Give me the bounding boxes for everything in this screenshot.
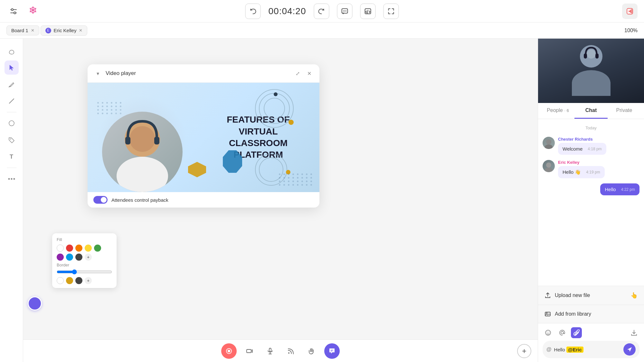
border-color-white[interactable] bbox=[57, 277, 64, 284]
at-mention-btn[interactable] bbox=[557, 327, 568, 338]
video-feed bbox=[538, 39, 644, 103]
color-more-btn[interactable]: + bbox=[85, 254, 92, 261]
fullscreen-btn[interactable] bbox=[384, 4, 399, 19]
widget-close-btn[interactable]: ✕ bbox=[305, 69, 314, 78]
main-area: T Fill bbox=[0, 39, 644, 362]
tab-eric-close[interactable]: ✕ bbox=[79, 28, 82, 33]
message-eric: Eric Kelley Hello 👋 4:19 pm bbox=[543, 160, 639, 178]
widget-title: Video player bbox=[106, 70, 290, 77]
color-red[interactable] bbox=[66, 245, 73, 252]
tool-shape-select[interactable] bbox=[5, 44, 19, 58]
tab-eric-kelley[interactable]: E Eric Kelley ✕ bbox=[41, 25, 88, 36]
color-cyan[interactable] bbox=[66, 254, 73, 261]
tool-more[interactable] bbox=[5, 172, 19, 186]
svg-point-17 bbox=[8, 178, 10, 180]
fill-color-row-2: + bbox=[57, 254, 112, 261]
svg-rect-23 bbox=[125, 137, 130, 144]
at-icon[interactable]: @ bbox=[546, 347, 552, 352]
border-slider[interactable] bbox=[57, 269, 112, 274]
color-purple[interactable] bbox=[57, 254, 64, 261]
fill-label: Fill bbox=[57, 237, 112, 242]
camera-btn[interactable] bbox=[242, 343, 257, 359]
tab-private[interactable]: Private bbox=[608, 103, 641, 119]
tool-text[interactable]: T bbox=[5, 150, 19, 164]
upload-new-file-btn[interactable]: Upload new file 👆 bbox=[538, 286, 644, 305]
undo-btn[interactable] bbox=[245, 4, 261, 19]
msg-sender-eric: Eric Kelley bbox=[558, 160, 605, 165]
svg-point-21 bbox=[117, 157, 168, 192]
color-orange[interactable] bbox=[75, 245, 82, 252]
chat-toolbar bbox=[543, 327, 639, 338]
msg-content-eric: Eric Kelley Hello 👋 4:19 pm bbox=[558, 160, 605, 178]
tool-circle[interactable] bbox=[5, 116, 19, 130]
widget-collapse-btn[interactable]: ▾ bbox=[93, 69, 102, 78]
message-self: Hello 4:22 pm bbox=[543, 183, 639, 195]
chat-text-input[interactable]: Hello @Eric bbox=[554, 347, 621, 353]
code-btn[interactable] bbox=[360, 4, 376, 19]
msg-bubble-eric: Hello 👋 4:19 pm bbox=[558, 166, 605, 178]
tab-board1[interactable]: Board 1 ✕ bbox=[6, 25, 39, 35]
rss-btn[interactable] bbox=[283, 343, 298, 359]
person-silhouette bbox=[569, 45, 614, 97]
tool-line[interactable] bbox=[5, 94, 19, 108]
color-yellow[interactable] bbox=[85, 245, 92, 252]
mic-btn[interactable] bbox=[262, 343, 278, 359]
border-color-yellow[interactable] bbox=[66, 277, 73, 284]
person-image bbox=[102, 112, 183, 192]
color-white[interactable] bbox=[57, 245, 64, 252]
avatar-eric bbox=[543, 160, 555, 172]
border-color-dark[interactable] bbox=[75, 277, 82, 284]
exit-btn[interactable] bbox=[622, 4, 638, 19]
adjust-btn[interactable] bbox=[6, 4, 21, 18]
chat-messages: Today Chester Richards Welcome 4:18 pm bbox=[538, 119, 644, 286]
screen-share-btn[interactable] bbox=[221, 343, 237, 359]
tab-bar: Board 1 ✕ E Eric Kelley ✕ 100% bbox=[0, 23, 644, 39]
active-color-indicator[interactable] bbox=[28, 296, 42, 311]
fill-color-row bbox=[57, 245, 112, 252]
add-tool-btn[interactable]: + bbox=[517, 344, 531, 358]
tab-chat[interactable]: Chat bbox=[574, 103, 608, 119]
message-chester: Chester Richards Welcome 4:18 pm bbox=[543, 137, 639, 155]
tool-pencil[interactable] bbox=[5, 77, 19, 91]
canvas-section: Fill + Border bbox=[23, 39, 538, 362]
chat-input-row: @ Hello @Eric bbox=[543, 341, 639, 358]
svg-rect-29 bbox=[269, 348, 271, 352]
video-person-area bbox=[97, 96, 187, 192]
top-bar-left: ❄ bbox=[6, 4, 40, 19]
download-btn[interactable] bbox=[629, 327, 639, 338]
border-color-row: + bbox=[57, 277, 112, 284]
border-color-more-btn[interactable]: + bbox=[85, 277, 92, 284]
redo-btn[interactable] bbox=[314, 4, 329, 19]
fill-panel: Fill + Border bbox=[52, 233, 117, 288]
widget-expand-btn[interactable]: ⤢ bbox=[293, 69, 302, 78]
attendees-toggle[interactable] bbox=[93, 196, 108, 204]
send-btn[interactable] bbox=[623, 343, 636, 356]
top-bar-right bbox=[622, 4, 638, 19]
svg-rect-28 bbox=[247, 349, 251, 353]
msg-content-self: Hello 4:22 pm bbox=[600, 183, 639, 195]
date-divider: Today bbox=[543, 125, 639, 130]
right-panel: People · 6 Chat Private Today bbox=[538, 39, 644, 362]
color-green[interactable] bbox=[94, 245, 101, 252]
hand-btn[interactable] bbox=[304, 343, 319, 359]
svg-point-36 bbox=[587, 50, 596, 59]
color-dark[interactable] bbox=[75, 254, 82, 261]
comment-btn[interactable] bbox=[337, 4, 353, 19]
svg-point-3 bbox=[14, 12, 16, 14]
attach-btn[interactable] bbox=[571, 327, 582, 338]
panel-tabs: People · 6 Chat Private bbox=[538, 103, 644, 119]
tab-people[interactable]: People · 6 bbox=[541, 103, 574, 119]
add-from-library-btn[interactable]: Add from library bbox=[538, 305, 644, 323]
svg-point-27 bbox=[228, 350, 230, 352]
svg-line-14 bbox=[9, 99, 14, 103]
tool-cursor[interactable] bbox=[5, 60, 19, 75]
svg-point-15 bbox=[9, 121, 14, 126]
msg-content-chester: Chester Richards Welcome 4:18 pm bbox=[558, 137, 606, 155]
emoji-btn[interactable] bbox=[543, 327, 554, 338]
tool-tag[interactable] bbox=[5, 133, 19, 147]
chat-toggle-btn[interactable] bbox=[324, 343, 340, 359]
svg-point-32 bbox=[288, 352, 289, 354]
svg-point-6 bbox=[343, 10, 344, 11]
tab-board1-close[interactable]: ✕ bbox=[31, 28, 34, 33]
canvas-area[interactable]: Fill + Border bbox=[23, 39, 538, 339]
